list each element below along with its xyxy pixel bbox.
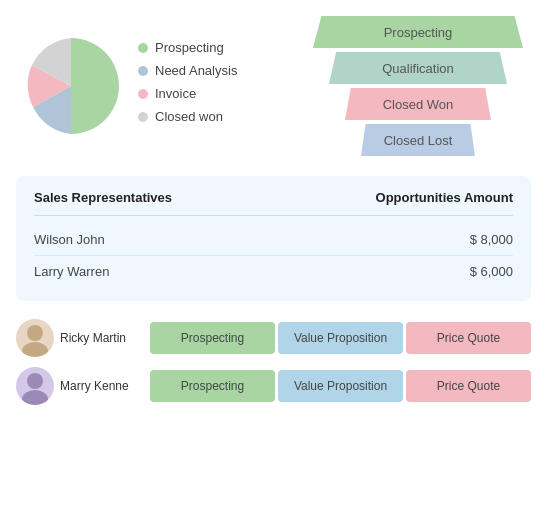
legend-item-prospecting: Prospecting — [138, 40, 237, 55]
rep-name-larry: Larry Warren — [34, 264, 109, 279]
legend-label-invoice: Invoice — [155, 86, 196, 101]
legend-dot-invoice — [138, 89, 148, 99]
legend-label-closed-won: Closed won — [155, 109, 223, 124]
main-container: Prospecting Need Analysis Invoice Closed… — [0, 0, 547, 421]
table-row: Wilson John $ 8,000 — [34, 224, 513, 256]
rep-amount-larry: $ 6,000 — [470, 264, 513, 279]
legend-item-need-analysis: Need Analysis — [138, 63, 237, 78]
col1-header: Sales Representatives — [34, 190, 172, 205]
col2-header: Opportunities Amount — [376, 190, 513, 205]
svg-point-0 — [27, 325, 43, 341]
legend-item-invoice: Invoice — [138, 86, 237, 101]
rep-rows-container: Ricky Martin Prospecting Value Propositi… — [16, 319, 531, 405]
stage-pill-price-quote-2: Price Quote — [406, 370, 531, 402]
funnel-stage-closed-won: Closed Won — [345, 88, 491, 120]
sales-table: Sales Representatives Opportunities Amou… — [16, 176, 531, 301]
funnel-stage-prospecting: Prospecting — [313, 16, 523, 48]
rep-amount-wilson: $ 8,000 — [470, 232, 513, 247]
table-row: Larry Warren $ 6,000 — [34, 256, 513, 287]
legend-label-prospecting: Prospecting — [155, 40, 224, 55]
rep-stages-marry: Prospecting Value Proposition Price Quot… — [150, 370, 531, 402]
top-section: Prospecting Need Analysis Invoice Closed… — [16, 16, 531, 156]
funnel-chart: Prospecting Qualification Closed Won Clo… — [313, 16, 531, 156]
chart-legend: Prospecting Need Analysis Invoice Closed… — [138, 40, 237, 132]
avatar-marry — [16, 367, 54, 405]
rep-name-marry: Marry Kenne — [60, 379, 150, 393]
legend-dot-closed-won — [138, 112, 148, 122]
rep-name-wilson: Wilson John — [34, 232, 105, 247]
stage-pill-prospecting-2: Prospecting — [150, 370, 275, 402]
svg-point-1 — [22, 342, 48, 357]
legend-label-need-analysis: Need Analysis — [155, 63, 237, 78]
funnel-stage-qualification: Qualification — [329, 52, 507, 84]
pie-chart — [16, 31, 126, 141]
rep-row-ricky: Ricky Martin Prospecting Value Propositi… — [16, 319, 531, 357]
avatar-ricky — [16, 319, 54, 357]
legend-dot-prospecting — [138, 43, 148, 53]
funnel-stage-closed-lost: Closed Lost — [361, 124, 475, 156]
rep-name-ricky: Ricky Martin — [60, 331, 150, 345]
stage-pill-price-quote: Price Quote — [406, 322, 531, 354]
stage-pill-value-prop-2: Value Proposition — [278, 370, 403, 402]
rep-row-marry: Marry Kenne Prospecting Value Propositio… — [16, 367, 531, 405]
stage-pill-value-prop: Value Proposition — [278, 322, 403, 354]
svg-point-2 — [27, 373, 43, 389]
table-header: Sales Representatives Opportunities Amou… — [34, 190, 513, 216]
rep-stages-ricky: Prospecting Value Proposition Price Quot… — [150, 322, 531, 354]
stage-pill-prospecting: Prospecting — [150, 322, 275, 354]
legend-item-closed-won: Closed won — [138, 109, 237, 124]
svg-point-3 — [22, 390, 48, 405]
legend-dot-need-analysis — [138, 66, 148, 76]
